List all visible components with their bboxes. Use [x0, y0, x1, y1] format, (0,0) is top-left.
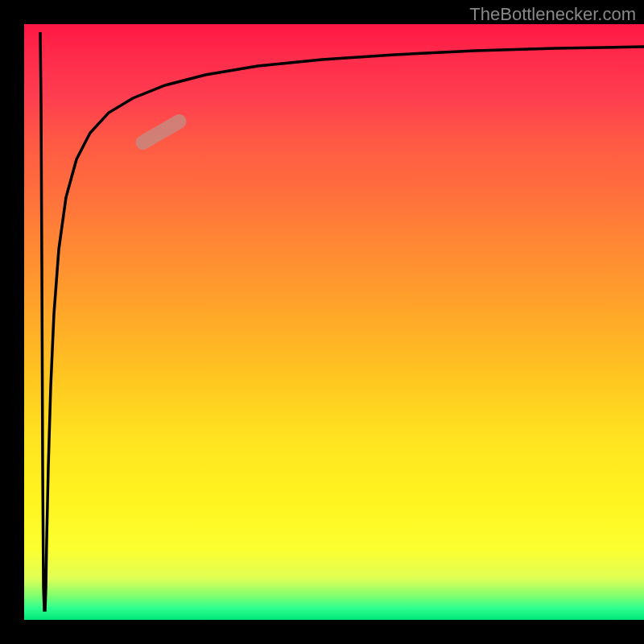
watermark-text: TheBottlenecker.com	[469, 4, 636, 25]
gradient-background	[24, 24, 644, 620]
chart-area	[24, 24, 644, 620]
